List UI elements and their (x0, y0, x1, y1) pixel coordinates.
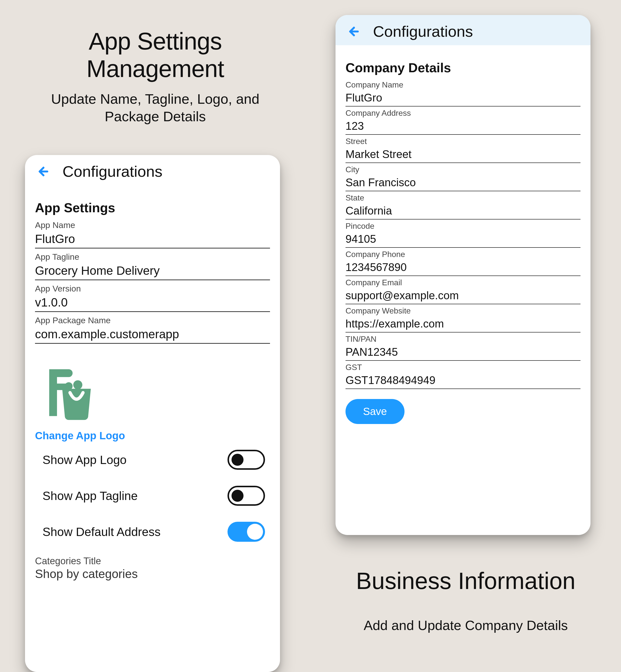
toggle-show-default-address[interactable] (227, 522, 265, 542)
left-hero-title-line1: App Settings (0, 28, 310, 55)
value-categories-title: Shop by categories (35, 567, 270, 581)
label-street: Street (345, 137, 580, 146)
toggle-label-show-logo: Show App Logo (42, 453, 126, 467)
input-pincode[interactable] (345, 232, 580, 248)
field-app-name: App Name (35, 220, 270, 249)
toggle-label-show-default-address: Show Default Address (42, 525, 161, 539)
label-state: State (345, 193, 580, 203)
svg-point-0 (65, 382, 73, 390)
left-hero-subtitle: Update Name, Tagline, Logo, and Package … (0, 90, 310, 125)
right-phone-card: Configurations Company Details Company N… (335, 15, 590, 535)
label-company-phone: Company Phone (345, 250, 580, 259)
right-appbar: Configurations (335, 15, 590, 45)
left-hero-title-line2: Management (0, 55, 310, 83)
label-company-address: Company Address (345, 109, 580, 118)
label-pincode: Pincode (345, 221, 580, 231)
right-section-title: Company Details (345, 60, 580, 75)
input-street[interactable] (345, 147, 580, 163)
label-tin-pan: TIN/PAN (345, 335, 580, 344)
left-appbar-title: Configurations (63, 163, 163, 180)
change-app-logo-link[interactable]: Change App Logo (35, 430, 270, 442)
field-state: State (345, 193, 580, 219)
app-logo-icon (38, 356, 102, 421)
label-app-name: App Name (35, 220, 270, 230)
label-company-email: Company Email (345, 278, 580, 287)
left-section-title: App Settings (35, 200, 270, 215)
field-app-tagline: App Tagline (35, 252, 270, 280)
svg-point-1 (73, 380, 82, 389)
left-hero-title: App Settings Management (0, 28, 310, 83)
field-app-package: App Package Name (35, 316, 270, 344)
left-appbar: Configurations (25, 155, 280, 185)
right-hero-title: Business Information (310, 568, 621, 594)
input-gst[interactable] (345, 373, 580, 389)
input-company-phone[interactable] (345, 260, 580, 276)
label-company-website: Company Website (345, 306, 580, 316)
field-city: City (345, 165, 580, 191)
left-hero-sub-line1: Update Name, Tagline, Logo, and (0, 90, 310, 108)
label-app-tagline: App Tagline (35, 252, 270, 262)
toggle-label-show-tagline: Show App Tagline (42, 489, 138, 503)
input-city[interactable] (345, 175, 580, 191)
field-street: Street (345, 137, 580, 163)
field-company-address: Company Address (345, 109, 580, 135)
field-tin-pan: TIN/PAN (345, 335, 580, 361)
label-gst: GST (345, 363, 580, 372)
field-gst: GST (345, 363, 580, 389)
input-app-package[interactable] (35, 326, 270, 344)
field-company-name: Company Name (345, 80, 580, 107)
right-hero-subtitle: Add and Update Company Details (310, 618, 621, 633)
toggle-show-logo[interactable] (227, 450, 265, 470)
toggle-row-show-default-address: Show Default Address (35, 514, 270, 550)
input-company-website[interactable] (345, 317, 580, 333)
right-appbar-title: Configurations (373, 23, 473, 40)
input-app-version[interactable] (35, 294, 270, 312)
label-categories-title: Categories Title (35, 556, 270, 566)
label-company-name: Company Name (345, 80, 580, 89)
input-company-address[interactable] (345, 119, 580, 135)
toggle-row-show-logo: Show App Logo (35, 442, 270, 478)
back-arrow-icon[interactable] (345, 24, 361, 39)
field-company-phone: Company Phone (345, 250, 580, 276)
field-company-website: Company Website (345, 306, 580, 333)
label-app-package: App Package Name (35, 316, 270, 325)
input-tin-pan[interactable] (345, 345, 580, 361)
input-company-name[interactable] (345, 90, 580, 107)
label-city: City (345, 165, 580, 174)
label-app-version: App Version (35, 284, 270, 294)
toggle-row-show-tagline: Show App Tagline (35, 478, 270, 514)
app-logo-block (38, 356, 270, 422)
toggle-show-tagline[interactable] (227, 486, 265, 506)
save-button[interactable]: Save (345, 399, 405, 424)
left-hero-sub-line2: Package Details (0, 108, 310, 125)
left-phone-card: Configurations App Settings App Name App… (25, 155, 280, 672)
input-app-tagline[interactable] (35, 263, 270, 280)
input-app-name[interactable] (35, 231, 270, 249)
field-pincode: Pincode (345, 221, 580, 248)
back-arrow-icon[interactable] (35, 164, 50, 179)
input-company-email[interactable] (345, 288, 580, 304)
field-app-version: App Version (35, 284, 270, 312)
field-company-email: Company Email (345, 278, 580, 304)
input-state[interactable] (345, 204, 580, 219)
